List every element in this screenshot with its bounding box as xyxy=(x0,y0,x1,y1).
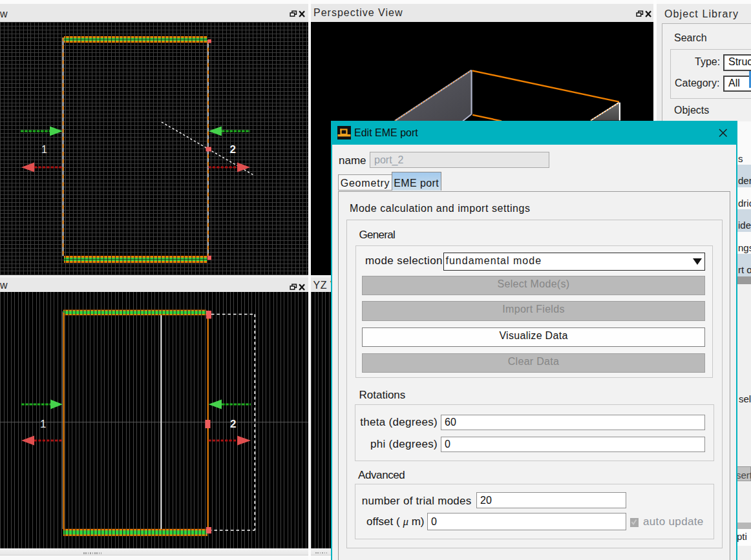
svg-text:2: 2 xyxy=(230,418,236,430)
svg-text:1: 1 xyxy=(41,144,47,155)
svg-text:2: 2 xyxy=(230,143,236,156)
svg-text:1: 1 xyxy=(40,418,46,430)
